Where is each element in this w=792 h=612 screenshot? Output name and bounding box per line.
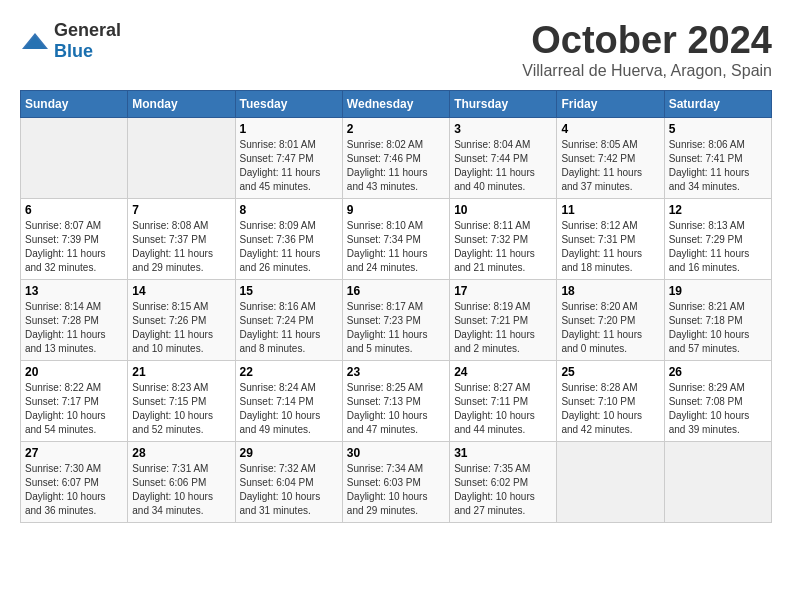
calendar-week-row: 27Sunrise: 7:30 AMSunset: 6:07 PMDayligh… [21, 441, 772, 522]
weekday-header-row: SundayMondayTuesdayWednesdayThursdayFrid… [21, 90, 772, 117]
day-info: Sunrise: 8:29 AMSunset: 7:08 PMDaylight:… [669, 381, 767, 437]
day-info: Sunrise: 8:12 AMSunset: 7:31 PMDaylight:… [561, 219, 659, 275]
day-number: 25 [561, 365, 659, 379]
calendar-cell: 25Sunrise: 8:28 AMSunset: 7:10 PMDayligh… [557, 360, 664, 441]
day-info: Sunrise: 8:08 AMSunset: 7:37 PMDaylight:… [132, 219, 230, 275]
calendar-cell: 29Sunrise: 7:32 AMSunset: 6:04 PMDayligh… [235, 441, 342, 522]
weekday-header-wednesday: Wednesday [342, 90, 449, 117]
day-number: 13 [25, 284, 123, 298]
day-number: 9 [347, 203, 445, 217]
calendar-cell [128, 117, 235, 198]
day-number: 24 [454, 365, 552, 379]
day-info: Sunrise: 8:15 AMSunset: 7:26 PMDaylight:… [132, 300, 230, 356]
calendar-week-row: 1Sunrise: 8:01 AMSunset: 7:47 PMDaylight… [21, 117, 772, 198]
day-number: 8 [240, 203, 338, 217]
calendar-cell: 4Sunrise: 8:05 AMSunset: 7:42 PMDaylight… [557, 117, 664, 198]
day-number: 1 [240, 122, 338, 136]
logo: General Blue [20, 20, 121, 62]
calendar-cell: 24Sunrise: 8:27 AMSunset: 7:11 PMDayligh… [450, 360, 557, 441]
day-number: 12 [669, 203, 767, 217]
day-number: 10 [454, 203, 552, 217]
day-info: Sunrise: 8:06 AMSunset: 7:41 PMDaylight:… [669, 138, 767, 194]
day-number: 23 [347, 365, 445, 379]
day-number: 7 [132, 203, 230, 217]
day-info: Sunrise: 8:27 AMSunset: 7:11 PMDaylight:… [454, 381, 552, 437]
calendar-cell: 31Sunrise: 7:35 AMSunset: 6:02 PMDayligh… [450, 441, 557, 522]
day-number: 26 [669, 365, 767, 379]
day-info: Sunrise: 8:28 AMSunset: 7:10 PMDaylight:… [561, 381, 659, 437]
calendar-cell [664, 441, 771, 522]
calendar-body: 1Sunrise: 8:01 AMSunset: 7:47 PMDaylight… [21, 117, 772, 522]
calendar-cell: 12Sunrise: 8:13 AMSunset: 7:29 PMDayligh… [664, 198, 771, 279]
day-info: Sunrise: 8:01 AMSunset: 7:47 PMDaylight:… [240, 138, 338, 194]
day-number: 21 [132, 365, 230, 379]
day-info: Sunrise: 8:04 AMSunset: 7:44 PMDaylight:… [454, 138, 552, 194]
day-info: Sunrise: 8:20 AMSunset: 7:20 PMDaylight:… [561, 300, 659, 356]
day-info: Sunrise: 8:16 AMSunset: 7:24 PMDaylight:… [240, 300, 338, 356]
calendar-cell [557, 441, 664, 522]
weekday-header-tuesday: Tuesday [235, 90, 342, 117]
day-info: Sunrise: 8:25 AMSunset: 7:13 PMDaylight:… [347, 381, 445, 437]
day-info: Sunrise: 7:31 AMSunset: 6:06 PMDaylight:… [132, 462, 230, 518]
header: General Blue October 2024 Villarreal de … [20, 20, 772, 80]
weekday-header-saturday: Saturday [664, 90, 771, 117]
day-info: Sunrise: 8:23 AMSunset: 7:15 PMDaylight:… [132, 381, 230, 437]
day-info: Sunrise: 7:34 AMSunset: 6:03 PMDaylight:… [347, 462, 445, 518]
day-number: 14 [132, 284, 230, 298]
day-number: 22 [240, 365, 338, 379]
calendar-cell: 8Sunrise: 8:09 AMSunset: 7:36 PMDaylight… [235, 198, 342, 279]
calendar-cell: 20Sunrise: 8:22 AMSunset: 7:17 PMDayligh… [21, 360, 128, 441]
day-info: Sunrise: 8:07 AMSunset: 7:39 PMDaylight:… [25, 219, 123, 275]
calendar-cell [21, 117, 128, 198]
calendar-cell: 18Sunrise: 8:20 AMSunset: 7:20 PMDayligh… [557, 279, 664, 360]
calendar-cell: 28Sunrise: 7:31 AMSunset: 6:06 PMDayligh… [128, 441, 235, 522]
day-info: Sunrise: 8:22 AMSunset: 7:17 PMDaylight:… [25, 381, 123, 437]
calendar-cell: 9Sunrise: 8:10 AMSunset: 7:34 PMDaylight… [342, 198, 449, 279]
day-info: Sunrise: 8:24 AMSunset: 7:14 PMDaylight:… [240, 381, 338, 437]
day-info: Sunrise: 7:35 AMSunset: 6:02 PMDaylight:… [454, 462, 552, 518]
day-info: Sunrise: 8:19 AMSunset: 7:21 PMDaylight:… [454, 300, 552, 356]
day-number: 5 [669, 122, 767, 136]
calendar-cell: 21Sunrise: 8:23 AMSunset: 7:15 PMDayligh… [128, 360, 235, 441]
month-title: October 2024 [522, 20, 772, 62]
day-number: 31 [454, 446, 552, 460]
day-info: Sunrise: 8:02 AMSunset: 7:46 PMDaylight:… [347, 138, 445, 194]
calendar-cell: 5Sunrise: 8:06 AMSunset: 7:41 PMDaylight… [664, 117, 771, 198]
day-info: Sunrise: 8:10 AMSunset: 7:34 PMDaylight:… [347, 219, 445, 275]
day-number: 4 [561, 122, 659, 136]
calendar-cell: 17Sunrise: 8:19 AMSunset: 7:21 PMDayligh… [450, 279, 557, 360]
day-info: Sunrise: 8:21 AMSunset: 7:18 PMDaylight:… [669, 300, 767, 356]
day-number: 3 [454, 122, 552, 136]
calendar-header: SundayMondayTuesdayWednesdayThursdayFrid… [21, 90, 772, 117]
day-info: Sunrise: 8:14 AMSunset: 7:28 PMDaylight:… [25, 300, 123, 356]
day-number: 11 [561, 203, 659, 217]
day-info: Sunrise: 8:13 AMSunset: 7:29 PMDaylight:… [669, 219, 767, 275]
day-number: 19 [669, 284, 767, 298]
day-number: 2 [347, 122, 445, 136]
calendar-cell: 16Sunrise: 8:17 AMSunset: 7:23 PMDayligh… [342, 279, 449, 360]
day-number: 17 [454, 284, 552, 298]
weekday-header-friday: Friday [557, 90, 664, 117]
calendar-cell: 22Sunrise: 8:24 AMSunset: 7:14 PMDayligh… [235, 360, 342, 441]
logo-blue-text: Blue [54, 41, 93, 61]
calendar-week-row: 6Sunrise: 8:07 AMSunset: 7:39 PMDaylight… [21, 198, 772, 279]
calendar-cell: 11Sunrise: 8:12 AMSunset: 7:31 PMDayligh… [557, 198, 664, 279]
calendar-cell: 6Sunrise: 8:07 AMSunset: 7:39 PMDaylight… [21, 198, 128, 279]
day-info: Sunrise: 7:32 AMSunset: 6:04 PMDaylight:… [240, 462, 338, 518]
calendar-cell: 26Sunrise: 8:29 AMSunset: 7:08 PMDayligh… [664, 360, 771, 441]
day-number: 29 [240, 446, 338, 460]
day-number: 15 [240, 284, 338, 298]
calendar-week-row: 13Sunrise: 8:14 AMSunset: 7:28 PMDayligh… [21, 279, 772, 360]
calendar-cell: 13Sunrise: 8:14 AMSunset: 7:28 PMDayligh… [21, 279, 128, 360]
logo-icon [20, 31, 50, 51]
day-number: 27 [25, 446, 123, 460]
day-number: 20 [25, 365, 123, 379]
weekday-header-sunday: Sunday [21, 90, 128, 117]
location-title: Villarreal de Huerva, Aragon, Spain [522, 62, 772, 80]
calendar-cell: 10Sunrise: 8:11 AMSunset: 7:32 PMDayligh… [450, 198, 557, 279]
calendar-cell: 30Sunrise: 7:34 AMSunset: 6:03 PMDayligh… [342, 441, 449, 522]
day-info: Sunrise: 8:17 AMSunset: 7:23 PMDaylight:… [347, 300, 445, 356]
calendar-cell: 15Sunrise: 8:16 AMSunset: 7:24 PMDayligh… [235, 279, 342, 360]
calendar-table: SundayMondayTuesdayWednesdayThursdayFrid… [20, 90, 772, 523]
day-number: 6 [25, 203, 123, 217]
